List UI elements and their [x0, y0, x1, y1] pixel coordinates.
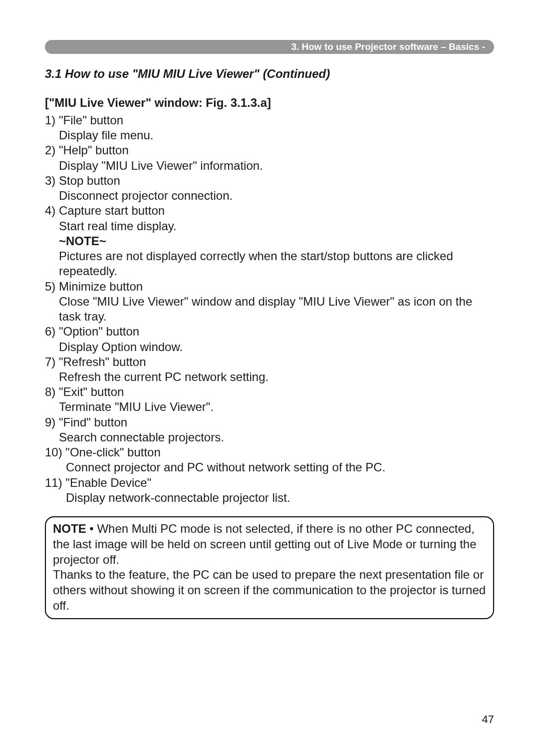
section-title: 3.1 How to use "MIU MIU Live Viewer" (Co… — [45, 67, 494, 81]
item-number: 9) — [45, 415, 55, 429]
list-item: 4) Capture start button Start real time … — [45, 203, 494, 279]
item-number: 5) — [45, 280, 55, 293]
list-item: 7) "Refresh" button Refresh the current … — [45, 355, 494, 384]
item-description: Connect projector and PC without network… — [45, 460, 494, 475]
item-number: 11) — [45, 476, 62, 489]
list-item: 5) Minimize button Close "MIU Live Viewe… — [45, 279, 494, 325]
item-description: Close "MIU Live Viewer" window and displ… — [45, 294, 494, 324]
item-number: 1) — [45, 113, 55, 127]
item-title: Minimize button — [59, 280, 143, 293]
list-item: 8) "Exit" button Terminate "MIU Live Vie… — [45, 384, 494, 414]
item-number: 6) — [45, 325, 55, 338]
item-description: Refresh the current PC network setting. — [45, 370, 494, 384]
item-number: 4) — [45, 204, 55, 217]
item-title: "Refresh" button — [59, 355, 146, 369]
note-box-label: NOTE — [53, 522, 86, 535]
item-title: "Enable Device" — [65, 476, 151, 489]
note-box-text-2: Thanks to the feature, the PC can be use… — [53, 567, 486, 613]
item-number: 3) — [45, 174, 55, 187]
item-title: "Option" button — [59, 325, 139, 338]
item-title: "One-click" button — [65, 445, 160, 459]
list-item: 11) "Enable Device" Display network-conn… — [45, 475, 494, 505]
list-item: 1) "File" button Display file menu. — [45, 113, 494, 143]
item-number: 2) — [45, 143, 55, 157]
item-title: Capture start button — [59, 204, 165, 217]
list-item: 3) Stop button Disconnect projector conn… — [45, 173, 494, 203]
breadcrumb-text: 3. How to use Projector software – Basic… — [291, 41, 485, 52]
item-title: "Find" button — [59, 415, 127, 429]
item-description: Search connectable projectors. — [45, 430, 494, 445]
item-list: 1) "File" button Display file menu. 2) "… — [45, 113, 494, 505]
item-description: Display "MIU Live Viewer" information. — [45, 158, 494, 173]
item-title: "Help" button — [59, 143, 129, 157]
breadcrumb-bar: 3. How to use Projector software – Basic… — [45, 40, 494, 54]
item-title: "Exit" button — [59, 385, 124, 398]
item-number: 10) — [45, 445, 62, 459]
note-box-text-1: When Multi PC mode is not selected, if t… — [53, 522, 477, 566]
page-number: 47 — [482, 713, 494, 726]
item-number: 8) — [45, 385, 55, 398]
list-item: 9) "Find" button Search connectable proj… — [45, 415, 494, 445]
item-title: "File" button — [59, 113, 123, 127]
item-description: Disconnect projector connection. — [45, 188, 494, 203]
item-description: Display network-connectable projector li… — [45, 490, 494, 505]
item-description: Display Option window. — [45, 340, 494, 355]
note-bullet: • — [86, 522, 97, 535]
list-item: 2) "Help" button Display "MIU Live Viewe… — [45, 143, 494, 173]
item-title: Stop button — [59, 174, 120, 187]
item-description: Start real time display. — [45, 219, 494, 234]
item-description: Display file menu. — [45, 128, 494, 143]
list-item: 10) "One-click" button Connect projector… — [45, 445, 494, 475]
item-description: Terminate "MIU Live Viewer". — [45, 399, 494, 414]
subheading: ["MIU Live Viewer" window: Fig. 3.1.3.a] — [45, 96, 494, 110]
note-box: NOTE • When Multi PC mode is not selecte… — [45, 516, 494, 619]
inline-note-text: Pictures are not displayed correctly whe… — [45, 249, 494, 279]
inline-note-label: ~NOTE~ — [45, 234, 494, 249]
item-number: 7) — [45, 355, 55, 369]
list-item: 6) "Option" button Display Option window… — [45, 324, 494, 354]
